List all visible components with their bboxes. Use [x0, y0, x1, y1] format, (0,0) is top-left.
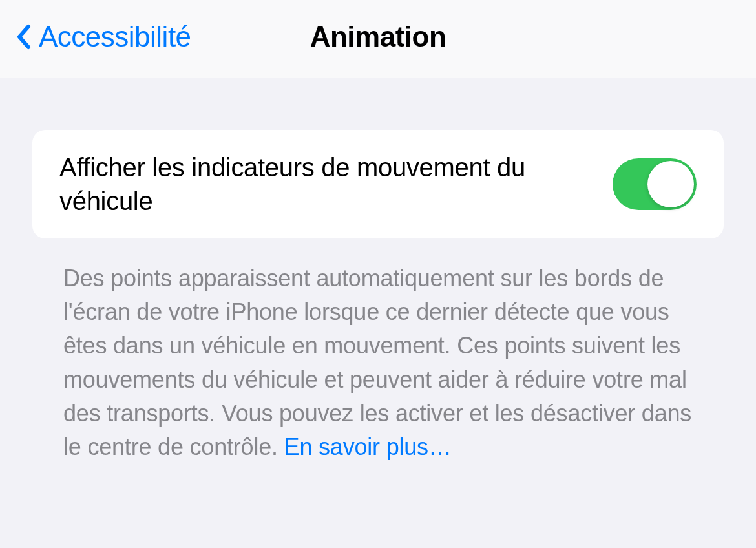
navigation-header: Accessibilité Animation	[0, 0, 756, 78]
toggle-knob	[647, 161, 694, 207]
content-area: Afficher les indicateurs de mouvement du…	[0, 78, 756, 464]
setting-label: Afficher les indicateurs de mouvement du…	[59, 151, 563, 218]
back-label: Accessibilité	[39, 21, 191, 53]
setting-description: Des points apparaissent automatiquement …	[32, 238, 724, 464]
back-button[interactable]: Accessibilité	[16, 21, 191, 53]
description-text: Des points apparaissent automatiquement …	[63, 265, 691, 460]
page-title: Animation	[310, 21, 446, 53]
learn-more-link[interactable]: En savoir plus…	[284, 434, 452, 460]
chevron-left-icon	[16, 24, 31, 50]
setting-row: Afficher les indicateurs de mouvement du…	[32, 130, 724, 238]
vehicle-motion-toggle[interactable]	[613, 158, 697, 210]
